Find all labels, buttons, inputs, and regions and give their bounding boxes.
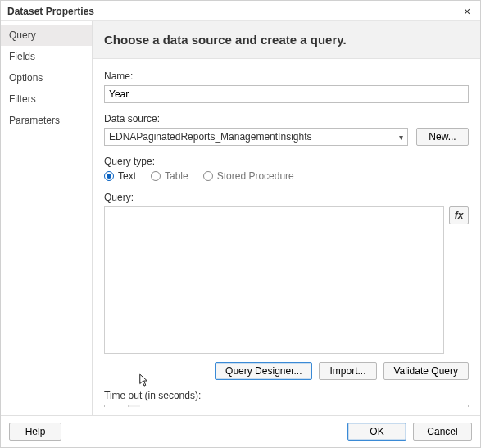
data-source-value: EDNAPaginatedReports_ManagementInsights bbox=[109, 131, 311, 143]
sidebar-item-query[interactable]: Query bbox=[1, 25, 92, 46]
dialog-window: Dataset Properties × Query Fields Option… bbox=[0, 0, 481, 448]
sidebar-item-label: Options bbox=[9, 72, 43, 84]
validate-query-button[interactable]: Validate Query bbox=[383, 362, 470, 380]
name-row: Name: bbox=[104, 70, 469, 103]
sidebar-item-label: Filters bbox=[9, 93, 36, 105]
query-type-row: Query type: Text Table Stored Procedu bbox=[104, 156, 469, 182]
timeout-row: Time out (in seconds): ▲ ▼ bbox=[104, 390, 469, 407]
radio-label: Table bbox=[165, 170, 188, 182]
page-heading: Choose a data source and create a query. bbox=[104, 33, 469, 47]
query-label: Query: bbox=[104, 192, 469, 203]
name-label: Name: bbox=[104, 70, 469, 82]
data-source-row: Data source: EDNAPaginatedReports_Manage… bbox=[104, 113, 469, 146]
cancel-button[interactable]: Cancel bbox=[413, 423, 472, 441]
main-panel: Choose a data source and create a query.… bbox=[93, 21, 480, 415]
window-title: Dataset Properties bbox=[7, 6, 94, 17]
chevron-down-icon: ▾ bbox=[399, 133, 403, 142]
new-data-source-button[interactable]: New... bbox=[416, 128, 469, 146]
sidebar-item-fields[interactable]: Fields bbox=[1, 46, 92, 67]
dialog-body: Query Fields Options Filters Parameters … bbox=[1, 20, 480, 415]
spinner-up-icon[interactable]: ▲ bbox=[129, 405, 140, 407]
sidebar-item-options[interactable]: Options bbox=[1, 67, 92, 88]
timeout-label: Time out (in seconds): bbox=[104, 390, 469, 401]
sidebar-item-label: Fields bbox=[9, 51, 35, 62]
radio-text[interactable]: Text bbox=[104, 170, 136, 182]
sidebar-item-label: Query bbox=[9, 29, 36, 41]
close-icon[interactable]: × bbox=[461, 6, 474, 17]
radio-icon bbox=[151, 171, 161, 181]
header-strip: Choose a data source and create a query. bbox=[93, 21, 480, 59]
query-textarea[interactable] bbox=[104, 206, 444, 354]
ok-button[interactable]: OK bbox=[347, 423, 406, 441]
radio-stored-procedure[interactable]: Stored Procedure bbox=[203, 170, 294, 182]
timeout-input[interactable] bbox=[105, 405, 128, 407]
radio-label: Stored Procedure bbox=[217, 170, 294, 182]
query-type-label: Query type: bbox=[104, 156, 469, 167]
radio-icon bbox=[203, 171, 213, 181]
expression-button[interactable]: fx bbox=[449, 206, 469, 224]
query-designer-button[interactable]: Query Designer... bbox=[215, 362, 312, 380]
titlebar: Dataset Properties × bbox=[1, 1, 480, 20]
sidebar-item-label: Parameters bbox=[9, 115, 60, 126]
data-source-select[interactable]: EDNAPaginatedReports_ManagementInsights … bbox=[104, 128, 408, 146]
import-button[interactable]: Import... bbox=[319, 362, 376, 380]
radio-label: Text bbox=[118, 170, 136, 182]
fx-icon: fx bbox=[455, 210, 464, 221]
data-source-label: Data source: bbox=[104, 113, 469, 124]
timeout-spinner[interactable]: ▲ ▼ bbox=[104, 405, 469, 407]
query-buttons: Query Designer... Import... Validate Que… bbox=[104, 362, 469, 380]
query-type-radios: Text Table Stored Procedure bbox=[104, 170, 469, 182]
cursor-icon bbox=[138, 373, 150, 388]
main-content: Name: Data source: EDNAPaginatedReports_… bbox=[104, 70, 469, 407]
sidebar-item-parameters[interactable]: Parameters bbox=[1, 110, 92, 131]
dialog-footer: Help OK Cancel bbox=[1, 415, 480, 447]
radio-table[interactable]: Table bbox=[151, 170, 188, 182]
query-row: Query: fx Query Designer... Import... Va… bbox=[104, 192, 469, 380]
name-input[interactable] bbox=[104, 85, 469, 103]
help-button[interactable]: Help bbox=[9, 423, 61, 441]
sidebar: Query Fields Options Filters Parameters bbox=[1, 21, 93, 415]
radio-icon bbox=[104, 171, 114, 181]
sidebar-item-filters[interactable]: Filters bbox=[1, 88, 92, 110]
